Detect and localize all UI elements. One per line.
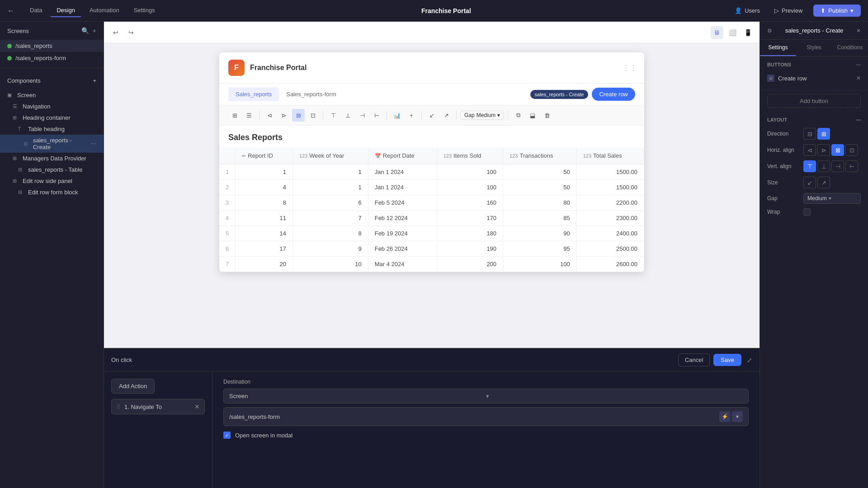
create-icon: ⊙ [24, 141, 29, 147]
close-panel-icon[interactable]: ✕ [856, 28, 861, 34]
desktop-view-icon[interactable]: 🖥 [711, 26, 723, 39]
action-close-icon[interactable]: ✕ [194, 403, 200, 410]
plus-icon[interactable]: + [405, 109, 418, 122]
table-row[interactable]: 3 8 6 Feb 5 2024 160 80 2200.00 [219, 195, 644, 211]
add-screen-icon[interactable]: + [93, 27, 96, 34]
align-left-icon[interactable]: ⊲ [263, 109, 276, 122]
screen-selector[interactable]: Screen ▾ [223, 389, 749, 404]
shrink-icon[interactable]: ↙ [425, 109, 438, 122]
gap-label: Gap [464, 112, 475, 118]
publish-button[interactable]: ⬆ Publish ▾ [813, 5, 861, 17]
cell-transactions: 85 [503, 211, 577, 226]
gap-select[interactable]: Medium ▾ [803, 193, 861, 204]
sidebar-item-create[interactable]: ⊙ sales_reports - Create ··· [0, 135, 104, 153]
vert-col-icon[interactable]: ⊣ [356, 109, 368, 122]
vert-mid-icon[interactable]: ⊥ [341, 109, 354, 122]
tab-settings[interactable]: Settings [127, 4, 161, 17]
sidebar-item-table[interactable]: ⊟ sales_reports - Table [0, 164, 104, 175]
table-row[interactable]: 2 4 1 Jan 1 2024 100 50 1500.00 [219, 180, 644, 195]
preview-button[interactable]: ▷ Preview [771, 5, 806, 16]
save-button[interactable]: Save [713, 354, 741, 366]
sidebar-item-edit-form-block[interactable]: ⊟ Edit row form block [0, 187, 104, 198]
tab-data[interactable]: Data [24, 4, 48, 17]
direction-row-icon[interactable]: ⊟ [803, 128, 816, 140]
table-row[interactable]: 4 11 7 Feb 12 2024 170 85 2300.00 [219, 211, 644, 226]
back-button[interactable]: ← [7, 7, 14, 15]
preview-icon: ▷ [774, 7, 779, 14]
table-row[interactable]: 5 14 8 Feb 19 2024 180 90 2400.00 [219, 226, 644, 241]
align-full-opt[interactable]: ⊡ [845, 144, 858, 156]
nav-tab-sales-reports[interactable]: Sales_reports [228, 87, 279, 101]
tab-conditions-panel[interactable]: Conditions [832, 40, 868, 56]
active-dot [7, 44, 12, 48]
tab-design[interactable]: Design [50, 4, 81, 17]
path-chevron-icon[interactable]: ▾ [732, 411, 743, 422]
vert-top-opt[interactable]: ⊤ [803, 160, 816, 172]
action-item-navigate[interactable]: ⠿ 1. Navigate To ✕ [111, 399, 205, 414]
grid-view-icon[interactable]: ⊞ [228, 109, 241, 122]
table-row[interactable]: 1 1 1 Jan 1 2024 100 50 1500.00 [219, 164, 644, 180]
list-view-icon[interactable]: ☰ [243, 109, 255, 122]
add-action-button[interactable]: Add Action [111, 379, 155, 394]
sidebar-item-heading-container[interactable]: ⊞ Heading container [0, 112, 104, 123]
tablet-view-icon[interactable]: ⬜ [726, 26, 739, 39]
nav-tab-sales-reports-form[interactable]: Sales_reports-form [279, 87, 344, 101]
wrap-checkbox[interactable] [803, 208, 811, 216]
more-options-icon[interactable]: ··· [90, 140, 96, 148]
align-center-opt[interactable]: ⊳ [817, 144, 830, 156]
lightning-icon[interactable]: ⚡ [719, 411, 730, 422]
align-center-icon[interactable]: ⊳ [278, 109, 290, 122]
align-left-opt[interactable]: ⊲ [803, 144, 816, 156]
gap-selector[interactable]: Gap Medium ▾ [460, 111, 504, 120]
publish-icon: ⬆ [821, 7, 826, 14]
sidebar-item-edit-side-panel[interactable]: ⊞ Edit row side panel [0, 175, 104, 187]
sidebar-item-screen[interactable]: ▣ Screen [0, 89, 104, 101]
size-shrink-opt[interactable]: ↙ [803, 177, 816, 188]
tab-automation[interactable]: Automation [83, 4, 126, 17]
direction-col-icon[interactable]: ⊞ [817, 128, 830, 140]
cell-transactions: 50 [503, 164, 577, 180]
vert-full-icon[interactable]: ⊢ [370, 109, 383, 122]
expand-panel-icon[interactable]: ⤢ [747, 357, 752, 364]
screen-item-sales-reports-form[interactable]: /sales_reports-form [0, 52, 104, 64]
collapse-icon[interactable]: — [856, 62, 861, 67]
cell-date: Feb 26 2024 [368, 241, 437, 257]
add-button-button[interactable]: Add button [767, 94, 861, 108]
align-right-opt[interactable]: ⊠ [831, 144, 844, 156]
add-button-row: Add button [760, 90, 868, 112]
layout-collapse-icon[interactable]: — [856, 117, 861, 122]
button-item-close-icon[interactable]: ✕ [856, 75, 861, 81]
table-row[interactable]: 7 20 10 Mar 4 2024 200 100 2600.00 [219, 257, 644, 272]
vert-full-opt[interactable]: ⊢ [845, 160, 858, 172]
align-full-icon[interactable]: ⊡ [307, 109, 319, 122]
expand-icon[interactable]: ↗ [440, 109, 453, 122]
redo-button[interactable]: ↪ [125, 26, 137, 39]
size-expand-opt[interactable]: ↗ [817, 177, 830, 188]
tab-styles-panel[interactable]: Styles [796, 40, 832, 56]
cancel-button[interactable]: Cancel [678, 353, 710, 366]
users-button[interactable]: 👤 Users [731, 5, 764, 16]
delete-icon[interactable]: 🗑 [541, 109, 553, 122]
mobile-view-icon[interactable]: 📱 [741, 26, 754, 39]
sidebar-item-navigation[interactable]: ☰ Navigation [0, 101, 104, 112]
table-row[interactable]: 6 17 9 Feb 26 2024 190 95 2500.00 [219, 241, 644, 257]
copy-icon[interactable]: ⧉ [512, 109, 524, 122]
add-component-icon[interactable]: + [93, 77, 96, 84]
layout-section-label: LAYOUT — [767, 117, 861, 122]
chart-icon[interactable]: 📊 [391, 109, 403, 122]
row-number: 2 [219, 180, 236, 195]
paste-icon[interactable]: ⬓ [526, 109, 539, 122]
undo-button[interactable]: ↩ [109, 26, 122, 39]
vert-bot-opt[interactable]: ⊣ [831, 160, 844, 172]
sidebar-item-managers-provider[interactable]: ⊞ Managers Data Provider [0, 153, 104, 164]
align-right-icon[interactable]: ⊠ [292, 109, 305, 122]
create-row-button[interactable]: Create row [592, 88, 635, 101]
search-icon[interactable]: 🔍 [81, 27, 89, 34]
sidebar-item-table-heading[interactable]: T Table heading [0, 123, 104, 135]
vert-top-icon[interactable]: ⊤ [327, 109, 340, 122]
screen-item-sales-reports[interactable]: /sales_reports [0, 40, 104, 52]
modal-checkbox[interactable] [223, 432, 231, 439]
left-sidebar: Screens 🔍 + /sales_reports /sales_report… [0, 22, 104, 488]
vert-mid-opt[interactable]: ⊥ [817, 160, 830, 172]
tab-settings-panel[interactable]: Settings [760, 40, 796, 56]
